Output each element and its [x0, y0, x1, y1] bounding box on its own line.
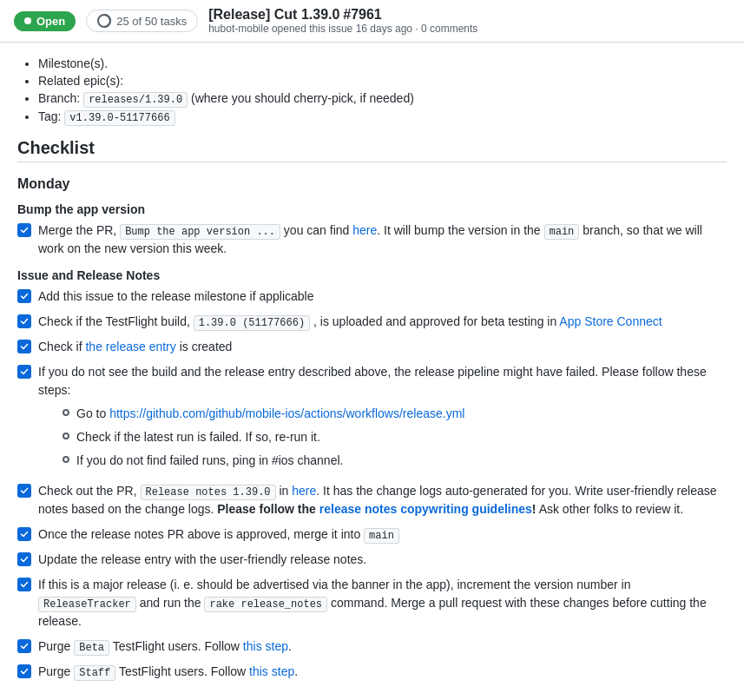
branch-code: releases/1.39.0	[83, 92, 188, 108]
open-dot	[24, 17, 31, 24]
checkbox-rn1[interactable]	[17, 289, 31, 303]
checkbox-bump[interactable]	[17, 223, 31, 237]
checkbox-rn5[interactable]	[17, 484, 31, 498]
check-icon-rn1	[20, 292, 29, 300]
bullet-tag: Tag: v1.39.0-51177666	[38, 109, 727, 124]
issue-meta: hubot-mobile opened this issue 16 days a…	[208, 23, 477, 35]
rn10-code: Staff	[74, 665, 115, 681]
checklist-item-rn5: Check out the PR, Release notes 1.39.0 i…	[17, 482, 727, 518]
rn4-sub-list: Go to https://github.com/github/mobile-i…	[38, 405, 727, 470]
task-progress: 25 of 50 tasks	[86, 10, 198, 32]
bump-subheading: Bump the app version	[17, 202, 727, 216]
day-heading: Monday	[17, 176, 727, 192]
task-count: 25 of 50 tasks	[116, 15, 187, 28]
issue-title-area: [Release] Cut 1.39.0 #7961 hubot-mobile …	[208, 7, 477, 35]
intro-bullets: Milestone(s). Related epic(s): Branch: r…	[17, 56, 727, 124]
checklist-heading: Checklist	[17, 138, 727, 162]
rn1-text: Add this issue to the release milestone …	[38, 287, 727, 306]
bump-link[interactable]: here	[352, 223, 377, 237]
check-icon-rn4	[20, 367, 29, 376]
checklist-item-rn6: Once the release notes PR above is appro…	[17, 525, 727, 544]
rn7-text: Update the release entry with the user-f…	[38, 551, 727, 569]
checkbox-rn2[interactable]	[17, 314, 31, 328]
top-bar: Open 25 of 50 tasks [Release] Cut 1.39.0…	[0, 0, 744, 43]
workflow-link[interactable]: https://github.com/github/mobile-ios/act…	[109, 406, 464, 420]
check-icon-rn3	[20, 342, 29, 351]
appstore-link[interactable]: App Store Connect	[559, 314, 662, 328]
check-icon-rn10	[20, 667, 29, 676]
rn5-text: Check out the PR, Release notes 1.39.0 i…	[38, 482, 727, 518]
rn8-code2: rake release_notes	[204, 597, 327, 612]
checkbox-rn4[interactable]	[17, 365, 31, 379]
rn4-sub3: If you do not find failed runs, ping in …	[63, 452, 727, 470]
tag-code: v1.39.0-51177666	[64, 110, 174, 126]
rn4-sub1: Go to https://github.com/github/mobile-i…	[63, 405, 727, 423]
checklist-item-rn8: If this is a major release (i. e. should…	[17, 576, 727, 631]
release-entry-link[interactable]: the release entry	[85, 340, 175, 353]
rn4-sub2: Check if the latest run is failed. If so…	[63, 428, 727, 446]
checkbox-rn10[interactable]	[17, 664, 31, 678]
bump-text: Merge the PR, Bump the app version ... y…	[38, 221, 727, 258]
check-icon-rn6	[20, 530, 29, 538]
check-icon-rn7	[20, 555, 29, 564]
checkbox-rn9[interactable]	[17, 639, 31, 653]
checklist-item-rn7: Update the release entry with the user-f…	[17, 551, 727, 569]
rn5-code: Release notes 1.39.0	[141, 485, 276, 500]
rn10-text: Purge Staff TestFlight users. Follow thi…	[38, 663, 727, 681]
copywriting-link[interactable]: release notes copywriting guidelines	[319, 502, 532, 516]
progress-icon	[97, 14, 111, 28]
open-badge: Open	[14, 11, 76, 31]
rn6-code: main	[364, 528, 399, 544]
checklist-item-rn4: If you do not see the build and the rele…	[17, 363, 727, 475]
issue-title-line: [Release] Cut 1.39.0 #7961	[208, 7, 477, 23]
bullet-epic: Related epic(s):	[38, 74, 727, 88]
rn9-step-link[interactable]: this step	[243, 639, 288, 653]
rn9-text: Purge Beta TestFlight users. Follow this…	[38, 637, 727, 656]
rn9-code: Beta	[74, 640, 109, 656]
checklist-item-rn10: Purge Staff TestFlight users. Follow thi…	[17, 663, 727, 681]
bullet-milestone: Milestone(s).	[38, 56, 727, 70]
checkbox-rn3[interactable]	[17, 340, 31, 353]
check-icon-rn2	[20, 317, 29, 326]
rn2-text: Check if the TestFlight build, 1.39.0 (5…	[38, 313, 727, 331]
issue-title: [Release] Cut 1.39.0	[208, 7, 339, 22]
rn8-text: If this is a major release (i. e. should…	[38, 576, 727, 631]
rn2-code: 1.39.0 (51177666)	[194, 315, 310, 331]
rn4-sub2-text: Check if the latest run is failed. If so…	[76, 428, 320, 446]
rn4-sub2-circle	[63, 433, 69, 439]
release-notes-subheading: Issue and Release Notes	[17, 268, 727, 282]
checklist-item-bump: Merge the PR, Bump the app version ... y…	[17, 221, 727, 258]
rn10-step-link[interactable]: this step	[249, 664, 294, 678]
rn5-bold: Please follow the release notes copywrit…	[217, 502, 536, 516]
check-icon-rn5	[20, 486, 29, 495]
rn8-code1: ReleaseTracker	[38, 597, 136, 612]
check-icon	[20, 226, 29, 234]
checkbox-rn6[interactable]	[17, 527, 31, 541]
bullet-branch: Branch: releases/1.39.0 (where you shoul…	[38, 91, 727, 106]
checklist-item-rn1: Add this issue to the release milestone …	[17, 287, 727, 306]
checklist-item-rn2: Check if the TestFlight build, 1.39.0 (5…	[17, 313, 727, 331]
rn4-sub1-text: Go to https://github.com/github/mobile-i…	[76, 405, 464, 423]
checkbox-rn8[interactable]	[17, 578, 31, 591]
rn4-sub1-circle	[63, 409, 69, 416]
bump-code: Bump the app version ...	[120, 224, 280, 240]
open-label: Open	[36, 15, 65, 28]
content: Milestone(s). Related epic(s): Branch: r…	[0, 43, 744, 700]
checkbox-rn7[interactable]	[17, 552, 31, 566]
checklist-item-rn9: Purge Beta TestFlight users. Follow this…	[17, 637, 727, 656]
check-icon-rn8	[20, 580, 29, 589]
rn4-sub3-circle	[63, 456, 69, 463]
main-code: main	[544, 224, 580, 240]
issue-number: #7961	[343, 7, 382, 22]
check-icon-rn9	[20, 642, 29, 650]
rn3-text: Check if the release entry is created	[38, 338, 727, 356]
rn4-sub3-text: If you do not find failed runs, ping in …	[76, 452, 343, 470]
rn5-here-link[interactable]: here	[292, 484, 316, 498]
rn6-text: Once the release notes PR above is appro…	[38, 525, 727, 544]
checklist-item-rn3: Check if the release entry is created	[17, 338, 727, 356]
rn4-text: If you do not see the build and the rele…	[38, 363, 727, 475]
